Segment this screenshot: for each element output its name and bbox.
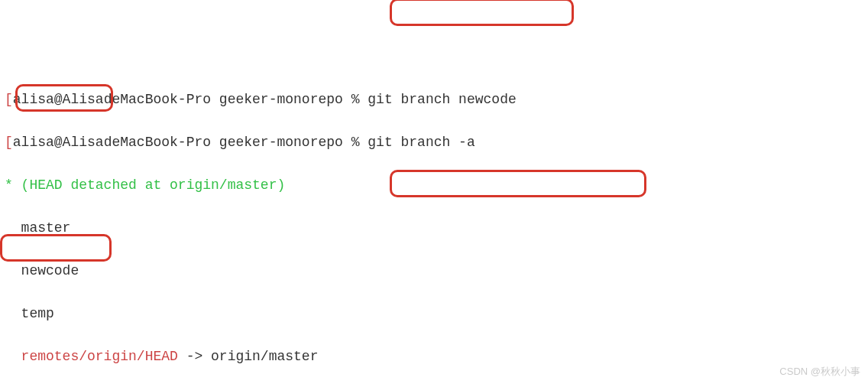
- command-git-branch-newcode[interactable]: git branch newcode: [368, 92, 516, 107]
- output-branch-newcode: newcode: [5, 260, 863, 281]
- output-remote-head: remotes/origin/HEAD -> origin/master: [5, 346, 863, 367]
- watermark: CSDN @秋秋小事: [779, 361, 860, 382]
- branch-newcode: newcode: [5, 263, 79, 278]
- branch-temp: temp: [5, 306, 54, 321]
- remote-head: remotes/origin/HEAD: [5, 349, 178, 364]
- output-head-detached: * (HEAD detached at origin/master): [5, 174, 863, 196]
- prompt: alisa@AlisadeMacBook-Pro geeker-monorepo…: [13, 135, 368, 150]
- annotation-box-git-branch-newcode: [390, 0, 574, 26]
- branch-master: master: [5, 220, 70, 236]
- terminal-line: [alisa@AlisadeMacBook-Pro geeker-monorep…: [5, 89, 863, 110]
- output-branch-temp: temp: [5, 303, 863, 324]
- head-detached-text: * (HEAD detached at origin/master): [5, 177, 285, 193]
- remote-head-arrow: -> origin/master: [178, 349, 319, 364]
- output-branch-master: master: [5, 217, 863, 239]
- prompt-bracket: [: [5, 135, 13, 150]
- prompt: alisa@AlisadeMacBook-Pro geeker-monorepo…: [13, 92, 368, 107]
- terminal-line: [alisa@AlisadeMacBook-Pro geeker-monorep…: [5, 132, 863, 153]
- command-git-branch-a[interactable]: git branch -a: [368, 135, 474, 150]
- prompt-bracket: [: [5, 92, 13, 107]
